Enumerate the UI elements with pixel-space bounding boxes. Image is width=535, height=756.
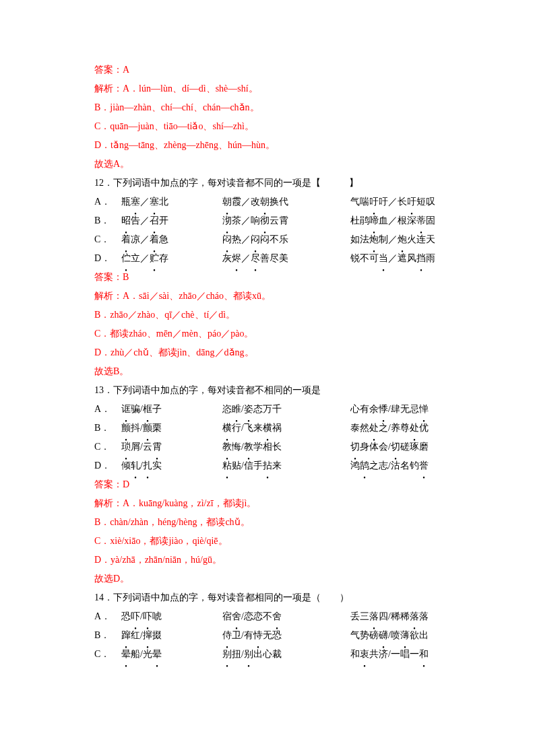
q12-opt-a: A．瓶塞／塞北朝霞／改朝换代气喘吁吁／长吁短叹 <box>94 193 447 211</box>
q12-conclusion: 故选B。 <box>94 362 447 381</box>
q13-stem: 13．下列词语中加点的字，每对读音都不相同的一项是 <box>94 381 447 400</box>
opt-label: C． <box>94 438 121 456</box>
prev-jiexi-c: C．quān—juàn、tiāo—tiǎo、shí—zhì。 <box>94 117 447 136</box>
q13-opt-a: A．诓骗/框子恣睢/姿态万千心有余悸/肆无忌惮 <box>94 400 447 419</box>
opt-label: B． <box>94 211 121 230</box>
prev-jiexi: 解析：A．lún—lùn、dí—dì、shè—shí。 <box>94 79 447 98</box>
q14-opt-b: B．蹿红/撺掇侍卫/有恃无恐气势磅礴/喷薄欲出 <box>94 626 447 645</box>
q12-stem: 12．下列词语中加点的字，每对读音都不同的一项是【 】 <box>94 174 447 193</box>
opt-label: C． <box>94 645 121 664</box>
q12-jiexi: 解析：A．sāi／sài、zhāo／cháo、都读xū。 <box>94 287 447 306</box>
q12-stem-a: 12．下列词语中加点的字，每对读音都不同的一项是【 <box>94 178 321 188</box>
q13-conclusion: 故选D。 <box>94 570 447 588</box>
q12-stem-b: 】 <box>349 178 358 188</box>
prev-jiexi-d: D．tǎng—tāng、zhèng—zhēng、hún—hùn。 <box>94 136 447 155</box>
q13-jiexi: 解析：A．kuāng/kuàng，zì/zī，都读jì。 <box>94 494 447 513</box>
opt-label: C． <box>94 230 121 249</box>
q12-jiexi-d: D．zhù／chǔ、都读jìn、dāng／dǎng。 <box>94 343 447 362</box>
q12-opt-d: D．伫立／贮存灰烬／尽善尽美锐不可当／遮风挡雨 <box>94 249 447 268</box>
q14-opt-a: A．恐吓/吓唬宿舍/恋恋不舍丢三落四/稀稀落落 <box>94 607 447 626</box>
q13-opt-b: B．颤抖/颤栗横行/飞来横祸泰然处之/养尊处优 <box>94 419 447 438</box>
q12-opt-c: C．着凉／着急闷热／闷闷不乐如法炮制／炮火连天 <box>94 230 447 249</box>
q12-answer: 答案：B <box>94 268 447 287</box>
prev-jiexi-b: B．jiàn—zhàn、chí—chí、chán—chǎn。 <box>94 98 447 117</box>
opt-label: A． <box>94 400 121 419</box>
q13-jiexi-b: B．chàn/zhàn，héng/hèng，都读chǔ。 <box>94 513 447 532</box>
opt-label: D． <box>94 249 121 268</box>
opt-label: B． <box>94 626 121 645</box>
q13-jiexi-c: C．xiè/xiāo，都读jiào，qiè/qiē。 <box>94 532 447 551</box>
q12-jiexi-b: B．zhāo／zhào、qī／chè、tí／dì。 <box>94 306 447 324</box>
q13-jiexi-d: D．yà/zhā，zhān/niān，hú/gū。 <box>94 551 447 570</box>
opt-label: B． <box>94 419 121 438</box>
prev-answer-label: 答案：A <box>94 61 447 79</box>
opt-label: D． <box>94 456 121 475</box>
jiexi-prefix: 解析： <box>94 83 123 94</box>
jiexi-line-a: A．lún—lùn、dí—dì、shè—shí。 <box>123 83 258 94</box>
opt-label: A． <box>94 607 121 626</box>
prev-conclusion: 故选A。 <box>94 155 447 174</box>
q12-opt-b: B．昭告／召开沏茶／响彻云霄杜鹃啼血／根深蒂固 <box>94 211 447 230</box>
q14-stem: 14．下列词语中加点的字，每对读音都相同的一项是（ ） <box>94 588 447 607</box>
opt-label: A． <box>94 193 121 211</box>
q12-jiexi-c: C．都读zháo、mēn／mèn、páo／pào。 <box>94 324 447 343</box>
